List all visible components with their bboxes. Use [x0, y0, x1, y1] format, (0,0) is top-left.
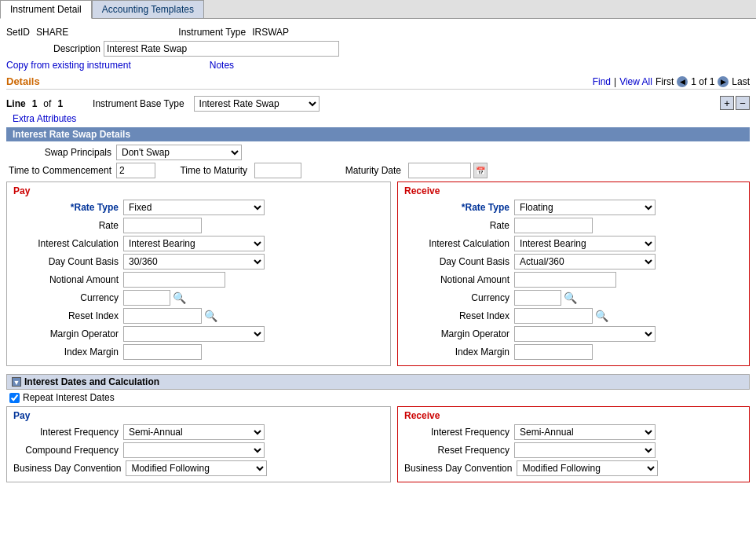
swap-principals-label: Swap Principals	[6, 147, 116, 158]
pay-business-day-label: Business Day Convention	[13, 463, 126, 474]
interest-dates-section-header: ▼ Interest Dates and Calculation	[6, 374, 750, 390]
extra-attributes-link[interactable]: Extra Attributes	[13, 113, 76, 124]
instrument-base-type-select[interactable]: Interest Rate Swap	[194, 96, 320, 112]
instrument-type-label: Instrument Type	[178, 27, 246, 38]
pay-panel-title: Pay	[13, 185, 384, 196]
pay-day-count-select[interactable]: 30/360	[123, 254, 265, 270]
nav-next-button[interactable]: ▶	[718, 76, 729, 87]
receive-interest-calc-select[interactable]: Interest Bearing	[514, 236, 656, 251]
pay-interest-calc-label: Interest Calculation	[13, 238, 123, 249]
pay-interest-freq-label: Interest Frequency	[13, 427, 123, 438]
receive-currency-input[interactable]	[514, 290, 561, 306]
pay-rate-input[interactable]	[123, 218, 202, 233]
nav-page-info: 1 of 1	[691, 76, 714, 87]
find-link[interactable]: Find	[593, 76, 611, 87]
nav-last-label: Last	[732, 76, 750, 87]
receive-interest-freq-label: Interest Frequency	[404, 427, 514, 438]
copy-from-existing-link[interactable]: Copy from existing instrument	[6, 60, 131, 71]
setid-value: SHARE	[36, 27, 68, 38]
instrument-base-type-label: Instrument Base Type	[93, 98, 184, 109]
details-label: Details	[6, 75, 40, 87]
receive-reset-index-search-icon[interactable]: 🔍	[595, 310, 608, 322]
nav-prev-button[interactable]: ◀	[677, 76, 688, 87]
remove-row-button[interactable]: −	[736, 96, 750, 110]
pay-compound-freq-select[interactable]	[123, 442, 265, 458]
pay-rate-type-label: *Rate Type	[13, 202, 123, 213]
receive-reset-index-input[interactable]	[514, 308, 593, 324]
nav-separator: |	[614, 76, 616, 87]
pay-day-count-label: Day Count Basis	[13, 256, 123, 267]
swap-section-header: Interest Rate Swap Details	[6, 127, 750, 141]
pay-notional-input[interactable]	[123, 272, 225, 288]
receive-rate-type-label: *Rate Type	[404, 202, 514, 213]
receive-margin-operator-label: Margin Operator	[404, 328, 514, 339]
tab-instrument-detail[interactable]: Instrument Detail	[0, 0, 92, 19]
receive-panel-title: Receive	[404, 185, 743, 196]
receive-interest-freq-select[interactable]: Semi-Annual	[514, 424, 656, 440]
time-to-commencement-label: Time to Commencement	[6, 165, 116, 176]
pay-business-day-select[interactable]: Modified Following	[126, 460, 267, 476]
description-input[interactable]	[104, 41, 339, 57]
pay-currency-label: Currency	[13, 292, 123, 303]
pay-currency-input[interactable]	[123, 290, 170, 306]
tab-accounting-templates[interactable]: Accounting Templates	[92, 0, 204, 18]
line-num: 1	[32, 98, 38, 109]
add-row-button[interactable]: +	[720, 96, 734, 110]
pay-index-margin-label: Index Margin	[13, 346, 123, 358]
line-total: 1	[57, 98, 63, 109]
maturity-date-label: Maturity Date	[327, 165, 406, 176]
pay-interest-freq-select[interactable]: Semi-Annual	[123, 424, 265, 440]
receive-margin-operator-select[interactable]	[514, 326, 656, 342]
pay-reset-index-input[interactable]	[123, 308, 202, 324]
maturity-date-calendar-button[interactable]: 📅	[473, 163, 488, 178]
pay-rate-label: Rate	[13, 220, 123, 231]
receive-business-day-select[interactable]: Modified Following	[517, 460, 658, 476]
receive-reset-freq-label: Reset Frequency	[404, 445, 514, 456]
receive-currency-search-icon[interactable]: 🔍	[564, 292, 577, 304]
receive-currency-label: Currency	[404, 292, 514, 303]
pay-compound-freq-label: Compound Frequency	[13, 445, 123, 456]
notes-link[interactable]: Notes	[210, 60, 234, 71]
of-label: of	[43, 98, 51, 109]
receive-business-day-label: Business Day Convention	[404, 463, 517, 474]
pay-currency-search-icon[interactable]: 🔍	[173, 292, 186, 304]
receive-index-margin-input[interactable]	[514, 344, 593, 360]
receive-index-margin-label: Index Margin	[404, 346, 514, 358]
receive-rate-input[interactable]	[514, 218, 593, 233]
time-to-commencement-input[interactable]	[116, 163, 155, 178]
receive-notional-input[interactable]	[514, 272, 616, 288]
pay-margin-operator-label: Margin Operator	[13, 328, 123, 339]
receive-day-count-select[interactable]: Actual/360	[514, 254, 656, 270]
repeat-interest-dates-label: Repeat Interest Dates	[23, 392, 115, 403]
collapse-interest-dates-icon[interactable]: ▼	[12, 377, 21, 387]
receive-interest-calc-label: Interest Calculation	[404, 238, 514, 249]
instrument-type-value: IRSWAP	[252, 27, 289, 38]
receive-reset-index-label: Reset Index	[404, 310, 514, 321]
nav-first-label: First	[656, 76, 674, 87]
pay-rate-type-select[interactable]: Fixed	[123, 200, 265, 215]
interest-dates-receive-title: Receive	[404, 410, 743, 421]
time-to-maturity-input[interactable]	[254, 163, 301, 178]
interest-dates-pay-title: Pay	[13, 410, 384, 421]
pay-notional-label: Notional Amount	[13, 274, 123, 285]
receive-rate-label: Rate	[404, 220, 514, 231]
receive-notional-label: Notional Amount	[404, 274, 514, 285]
pay-reset-index-label: Reset Index	[13, 310, 123, 321]
repeat-interest-dates-checkbox[interactable]	[9, 393, 20, 403]
description-label: Description	[53, 43, 100, 54]
pay-margin-operator-select[interactable]	[123, 326, 265, 342]
receive-rate-type-select[interactable]: Floating	[514, 200, 656, 215]
maturity-date-input[interactable]	[408, 163, 471, 178]
pay-interest-calc-select[interactable]: Interest Bearing	[123, 236, 265, 251]
pay-reset-index-search-icon[interactable]: 🔍	[204, 310, 217, 322]
view-all-link[interactable]: View All	[619, 76, 652, 87]
time-to-maturity-label: Time to Maturity	[158, 165, 252, 176]
receive-reset-freq-select[interactable]	[514, 442, 656, 458]
receive-day-count-label: Day Count Basis	[404, 256, 514, 267]
pay-index-margin-input[interactable]	[123, 344, 202, 360]
line-label: Line	[6, 98, 26, 109]
swap-principals-select[interactable]: Don't Swap	[116, 145, 242, 160]
setid-label: SetID	[6, 27, 30, 38]
